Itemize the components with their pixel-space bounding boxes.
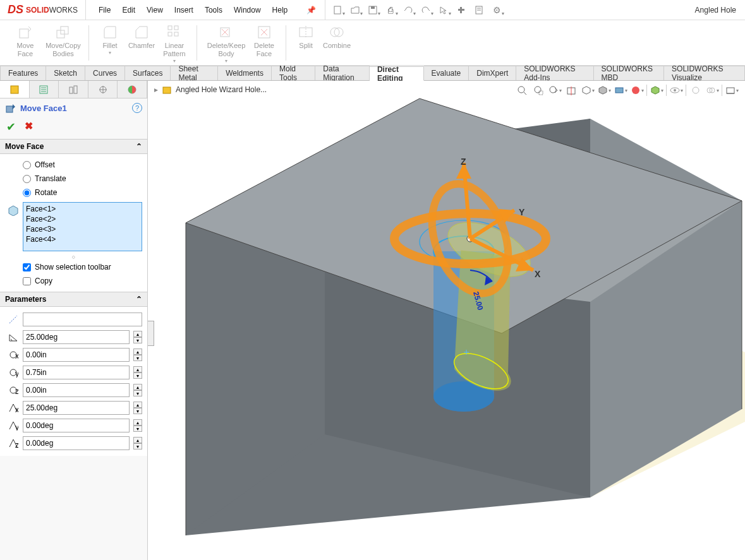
spin-up[interactable]: ▲ — [133, 349, 142, 355]
spin-up[interactable]: ▲ — [133, 437, 142, 443]
combine-button[interactable]: Combine — [319, 23, 354, 50]
move-face-button[interactable]: Move Face — [6, 23, 44, 58]
move-copy-bodies-button[interactable]: Move/Copy Bodies — [44, 23, 82, 58]
offset-radio[interactable] — [23, 161, 31, 169]
open-doc-button[interactable] — [347, 3, 363, 17]
menu-file[interactable]: File — [99, 6, 111, 15]
tab-addins[interactable]: SOLIDWORKS Add-Ins — [516, 66, 593, 80]
ok-button[interactable]: ✔ — [6, 120, 16, 134]
menu-edit[interactable]: Edit — [122, 6, 135, 15]
delete-keep-body-button[interactable]: Delete/Keep Body — [203, 23, 249, 64]
previous-view-icon[interactable] — [548, 83, 562, 97]
save-button[interactable] — [365, 3, 381, 17]
tab-dimxpert[interactable]: DimXpert — [469, 66, 516, 80]
view-orientation-icon[interactable] — [581, 83, 595, 97]
view-settings-eye-icon[interactable] — [669, 83, 683, 97]
print-button[interactable]: ⎙ — [382, 3, 399, 17]
render-tools-2-icon[interactable] — [705, 83, 719, 97]
spin-up[interactable]: ▲ — [133, 331, 142, 337]
spin-down[interactable]: ▼ — [133, 443, 142, 450]
help-icon[interactable]: ? — [132, 103, 142, 113]
tab-visualize[interactable]: SOLIDWORKS Visualize — [664, 66, 745, 80]
show-selection-toolbar-checkbox[interactable] — [23, 263, 31, 271]
pm-tab-dimxpert-manager[interactable] — [88, 81, 118, 98]
move-face-section-header[interactable]: Move Face⌃ — [0, 139, 147, 154]
reference-input[interactable] — [23, 313, 142, 326]
linear-pattern-button[interactable]: Linear Pattern — [159, 23, 190, 64]
tab-sheet-metal[interactable]: Sheet Metal — [171, 66, 218, 80]
center-y-input[interactable] — [23, 366, 130, 379]
tab-surfaces[interactable]: Surfaces — [125, 66, 171, 80]
spin-down[interactable]: ▼ — [133, 408, 142, 414]
panel-splitter[interactable] — [148, 321, 154, 346]
menu-view[interactable]: View — [147, 6, 163, 15]
angle-input[interactable] — [23, 330, 130, 344]
edit-appearance-icon[interactable] — [630, 83, 644, 97]
tab-mbd[interactable]: SOLIDWORKS MBD — [594, 66, 664, 80]
model-view[interactable]: 25.00 — [148, 81, 745, 560]
spin-down[interactable]: ▼ — [133, 355, 142, 361]
copy-checkbox[interactable] — [23, 277, 31, 285]
spin-up[interactable]: ▲ — [133, 402, 142, 408]
face-item[interactable]: Face<3> — [26, 224, 139, 234]
new-doc-button[interactable] — [329, 3, 346, 17]
face-item[interactable]: Face<1> — [26, 204, 139, 214]
face-item[interactable]: Face<2> — [26, 214, 139, 224]
zoom-fit-icon[interactable] — [515, 83, 529, 97]
face-item[interactable]: Face<4> — [26, 234, 139, 244]
spin-up[interactable]: ▲ — [133, 419, 142, 426]
spin-down[interactable]: ▼ — [133, 372, 142, 379]
rotate-y-input[interactable] — [23, 419, 130, 432]
tab-direct-editing[interactable]: Direct Editing — [370, 66, 424, 81]
rotate-z-input[interactable] — [23, 436, 130, 450]
breadcrumb-expand-icon[interactable]: ▸ — [154, 85, 158, 94]
pin-icon[interactable]: 📌 — [306, 6, 316, 15]
tab-mold-tools[interactable]: Mold Tools — [272, 66, 315, 80]
chamfer-button[interactable]: Chamfer — [124, 23, 159, 50]
pm-tab-feature-manager[interactable] — [0, 81, 30, 98]
cancel-button[interactable]: ✖ — [25, 120, 33, 134]
fillet-button[interactable]: Fillet — [95, 23, 124, 56]
options-button[interactable]: ⚙ — [488, 3, 505, 17]
pm-tab-property-manager[interactable] — [30, 81, 59, 98]
display-style-icon[interactable] — [597, 83, 611, 97]
rotate-radio[interactable] — [23, 189, 31, 197]
tab-data-migration[interactable]: Data Migration — [315, 66, 370, 80]
tab-curves[interactable]: Curves — [85, 66, 125, 80]
breadcrumb-text[interactable]: Angled Hole Wizard Hole... — [176, 85, 267, 94]
spin-down[interactable]: ▼ — [133, 337, 142, 343]
menu-tools[interactable]: Tools — [205, 6, 222, 15]
hide-show-icon[interactable] — [614, 83, 627, 97]
rebuild-button[interactable] — [453, 3, 469, 17]
file-props-button[interactable] — [471, 3, 487, 17]
tab-sketch[interactable]: Sketch — [46, 66, 85, 80]
select-button[interactable] — [435, 3, 452, 17]
zoom-area-icon[interactable] — [531, 83, 545, 97]
tab-features[interactable]: Features — [0, 66, 46, 80]
spin-up[interactable]: ▲ — [133, 366, 142, 372]
face-selection-list[interactable]: Face<1> Face<2> Face<3> Face<4> — [23, 202, 142, 251]
spin-down[interactable]: ▼ — [133, 426, 142, 432]
graphics-viewport[interactable]: ▸ Angled Hole Wizard Hole... — [148, 81, 745, 560]
split-button[interactable]: Split — [293, 23, 319, 50]
menu-window[interactable]: Window — [234, 6, 261, 15]
rotate-x-input[interactable] — [23, 401, 130, 415]
tab-evaluate[interactable]: Evaluate — [424, 66, 469, 80]
redo-button[interactable] — [418, 3, 434, 17]
delete-face-button[interactable]: Delete Face — [249, 23, 279, 58]
spin-up[interactable]: ▲ — [133, 384, 142, 390]
apply-scene-icon[interactable] — [650, 83, 663, 97]
pm-tab-config-manager[interactable] — [59, 81, 88, 98]
undo-button[interactable] — [400, 3, 416, 17]
render-tools-icon[interactable] — [689, 83, 703, 97]
menu-insert[interactable]: Insert — [174, 6, 193, 15]
viewport-layout-icon[interactable] — [725, 83, 739, 97]
parameters-section-header[interactable]: Parameters⌃ — [0, 292, 147, 307]
center-z-input[interactable] — [23, 383, 130, 397]
section-view-icon[interactable] — [564, 83, 578, 97]
pm-tab-display-manager[interactable] — [118, 81, 147, 98]
tab-weldments[interactable]: Weldments — [218, 66, 272, 80]
spin-down[interactable]: ▼ — [133, 390, 142, 396]
center-x-input[interactable] — [23, 348, 130, 362]
translate-radio[interactable] — [23, 175, 31, 183]
